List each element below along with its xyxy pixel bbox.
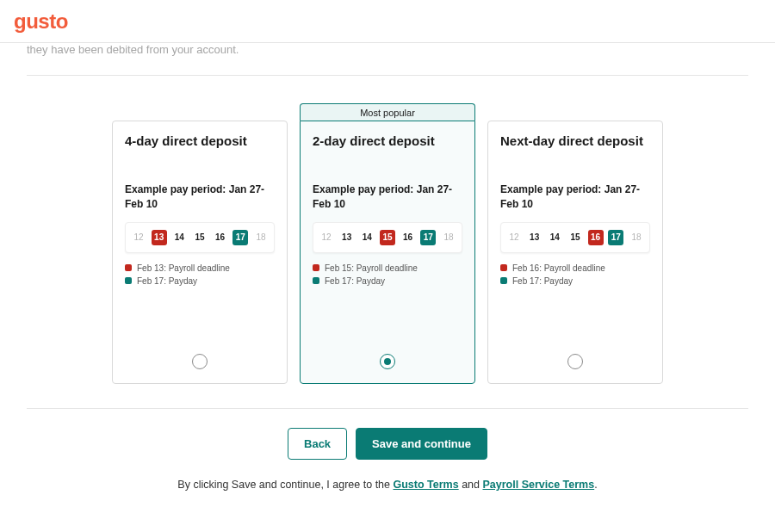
- calendar-day: 15: [192, 230, 208, 245]
- calendar-day: 16: [400, 230, 416, 245]
- legend-deadline-text: Feb 13: Payroll deadline: [137, 263, 230, 273]
- calendar-day: 13: [339, 230, 355, 245]
- calendar-day: 14: [171, 230, 187, 245]
- legend-row-deadline: Feb 13: Payroll deadline: [125, 263, 275, 273]
- bottom-divider: [27, 408, 748, 409]
- calendar-day: 15: [567, 230, 583, 245]
- calendar-day: 18: [253, 230, 269, 245]
- example-pay-period-label: Example pay period: Jan 27-Feb 10: [500, 182, 650, 212]
- calendar-day: 18: [441, 230, 456, 245]
- legend-row-payday: Feb 17: Payday: [125, 276, 275, 286]
- legend: Feb 13: Payroll deadlineFeb 17: Payday: [125, 263, 275, 286]
- calendar-day: 14: [547, 230, 562, 245]
- calendar-day: 13: [152, 230, 167, 245]
- radio-wrap: [313, 354, 462, 374]
- action-bar: Back Save and continue: [27, 428, 748, 460]
- radio-wrap: [125, 354, 275, 374]
- swatch-deadline: [125, 264, 132, 271]
- back-button[interactable]: Back: [288, 428, 347, 460]
- plan-title: 4-day direct deposit: [125, 133, 275, 148]
- legend-payday-text: Feb 17: Payday: [137, 276, 197, 286]
- calendar-day: 12: [319, 230, 334, 245]
- plan-option-0[interactable]: 4-day direct depositExample pay period: …: [112, 103, 288, 384]
- legend-row-payday: Feb 17: Payday: [313, 276, 462, 286]
- legend-row-payday: Feb 17: Payday: [500, 276, 650, 286]
- mini-calendar: 12131415161718: [313, 222, 462, 253]
- calendar-day: 13: [527, 230, 542, 245]
- example-pay-period-label: Example pay period: Jan 27-Feb 10: [313, 182, 462, 212]
- payroll-service-terms-link[interactable]: Payroll Service Terms: [482, 479, 594, 491]
- plan-option-1[interactable]: Most popular2-day direct depositExample …: [300, 103, 475, 384]
- save-and-continue-button[interactable]: Save and continue: [356, 428, 487, 460]
- terms-text: By clicking Save and continue, I agree t…: [27, 479, 748, 491]
- plan-radio[interactable]: [192, 354, 208, 369]
- calendar-day: 17: [420, 230, 436, 245]
- swatch-payday: [313, 277, 319, 284]
- plan-card: Next-day direct depositExample pay perio…: [487, 121, 663, 384]
- swatch-payday: [500, 277, 507, 284]
- calendar-day: 17: [232, 230, 248, 245]
- calendar-day: 16: [588, 230, 604, 245]
- plan-title: 2-day direct deposit: [313, 133, 462, 148]
- swatch-deadline: [313, 264, 319, 271]
- plan-card: 2-day direct depositExample pay period: …: [300, 121, 475, 384]
- calendar-day: 18: [629, 230, 644, 245]
- plan-title: Next-day direct deposit: [500, 133, 650, 148]
- plan-radio[interactable]: [380, 354, 395, 369]
- calendar-day: 12: [131, 230, 146, 245]
- terms-mid: and: [459, 479, 483, 491]
- legend-payday-text: Feb 17: Payday: [325, 276, 385, 286]
- radio-wrap: [500, 354, 650, 374]
- calendar-day: 12: [506, 230, 522, 245]
- app-header: gusto: [0, 0, 775, 43]
- calendar-day: 14: [359, 230, 375, 245]
- swatch-deadline: [500, 264, 507, 271]
- plan-option-2[interactable]: Next-day direct depositExample pay perio…: [487, 103, 663, 384]
- example-pay-period-label: Example pay period: Jan 27-Feb 10: [125, 182, 275, 212]
- gusto-logo: gusto: [14, 9, 68, 34]
- section-divider: [27, 75, 748, 76]
- legend-deadline-text: Feb 15: Payroll deadline: [325, 263, 418, 273]
- swatch-payday: [125, 277, 132, 284]
- mini-calendar: 12131415161718: [500, 222, 650, 253]
- legend-row-deadline: Feb 15: Payroll deadline: [313, 263, 462, 273]
- mini-calendar: 12131415161718: [125, 222, 275, 253]
- calendar-day: 17: [608, 230, 623, 245]
- plans-row: 4-day direct depositExample pay period: …: [27, 103, 748, 384]
- terms-prefix: By clicking Save and continue, I agree t…: [177, 479, 393, 491]
- plan-card: 4-day direct depositExample pay period: …: [112, 121, 288, 384]
- calendar-day: 16: [213, 230, 228, 245]
- terms-suffix: .: [594, 479, 597, 491]
- description-fragment: they have been debited from your account…: [27, 43, 748, 56]
- legend-deadline-text: Feb 16: Payroll deadline: [512, 263, 605, 273]
- most-popular-badge: Most popular: [300, 103, 475, 121]
- legend: Feb 15: Payroll deadlineFeb 17: Payday: [313, 263, 462, 286]
- legend: Feb 16: Payroll deadlineFeb 17: Payday: [500, 263, 650, 286]
- legend-row-deadline: Feb 16: Payroll deadline: [500, 263, 650, 273]
- gusto-terms-link[interactable]: Gusto Terms: [393, 479, 458, 491]
- plan-radio[interactable]: [567, 354, 583, 369]
- calendar-day: 15: [380, 230, 395, 245]
- legend-payday-text: Feb 17: Payday: [512, 276, 573, 286]
